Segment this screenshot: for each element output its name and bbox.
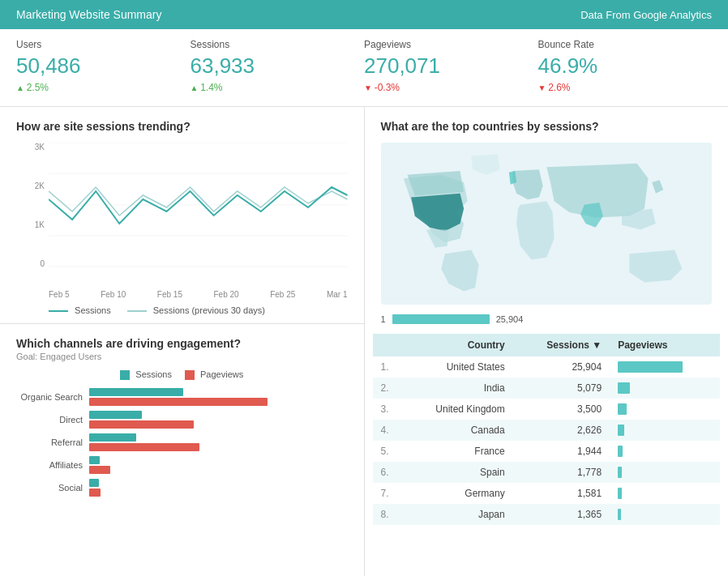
x-label-mar1: Mar 1 (327, 290, 348, 299)
map-bar-min-label: 1 (381, 314, 386, 324)
country-sessions: 1,944 (513, 441, 610, 462)
sessions-bar (89, 388, 183, 396)
col-header-pageviews: Pageviews (610, 334, 720, 356)
country-table-header: Country Sessions ▼ Pageviews (373, 334, 721, 356)
metric-bounce-value: 46.9% (538, 53, 696, 79)
country-name: Canada (397, 420, 513, 441)
y-axis-labels: 3K 2K 1K 0 (16, 143, 45, 268)
country-sessions: 25,904 (513, 356, 610, 378)
country-rank: 4. (373, 420, 397, 441)
country-table-body: 1.United States25,9042.India5,0793.Unite… (373, 356, 721, 525)
channel-label: Direct (16, 415, 89, 425)
channel-row-organic-search: Organic Search (16, 388, 348, 406)
previous-legend-line (127, 310, 147, 312)
pageviews-legend-item: Pageviews (185, 369, 243, 380)
metric-pageviews: Pageviews 270,071 -0.3% (364, 39, 538, 93)
pageviews-bar (89, 466, 110, 474)
country-rank: 5. (373, 441, 397, 462)
table-row: 7.Germany1,581 (373, 483, 721, 504)
metric-sessions-label: Sessions (191, 39, 349, 50)
channel-row-affiliates: Affiliates (16, 456, 348, 474)
country-name: India (397, 378, 513, 399)
country-sessions: 3,500 (513, 399, 610, 420)
pageviews-bar (89, 443, 199, 451)
mini-bar (618, 382, 630, 394)
metric-users-change: 2.5% (16, 82, 174, 93)
metric-bounce-change: 2.6% (538, 82, 696, 93)
country-pageviews-bar (610, 378, 720, 399)
country-sessions: 1,581 (513, 483, 610, 504)
country-sessions: 1,365 (513, 504, 610, 525)
country-rank: 3. (373, 399, 397, 420)
bounce-down-arrow (538, 82, 549, 93)
country-rank: 8. (373, 504, 397, 525)
table-row: 1.United States25,904 (373, 356, 721, 378)
country-rank: 7. (373, 483, 397, 504)
map-section: What are the top countries by sessions? (365, 107, 729, 334)
table-row: 6.Spain1,778 (373, 462, 721, 483)
table-row: 8.Japan1,365 (373, 504, 721, 525)
col-header-sessions: Sessions ▼ (513, 334, 610, 356)
country-name: France (397, 441, 513, 462)
dashboard-title: Marketing Website Summary (16, 8, 161, 21)
y-label-1k: 1K (16, 220, 45, 229)
channel-row-social: Social (16, 479, 348, 497)
bars-wrapper (89, 388, 268, 406)
country-pageviews-bar (610, 483, 720, 504)
channel-label: Organic Search (16, 392, 89, 402)
channel-label: Referral (16, 437, 89, 447)
country-rank: 1. (373, 356, 397, 378)
left-panel: How are site sessions trending? 3K 2K 1K… (0, 107, 365, 576)
channel-label: Social (16, 483, 89, 493)
channel-label: Affiliates (16, 460, 89, 470)
mini-bar (618, 446, 623, 457)
channels-subtitle: Goal: Engaged Users (16, 352, 348, 361)
bars-wrapper (89, 433, 199, 451)
pageviews-bar (89, 398, 268, 406)
sessions-bar (89, 456, 100, 464)
country-name: United Kingdom (397, 399, 513, 420)
country-sessions: 2,626 (513, 420, 610, 441)
pageviews-down-arrow (364, 82, 375, 93)
pageviews-legend-box (185, 370, 195, 380)
users-up-arrow (16, 82, 27, 93)
metric-users-label: Users (16, 39, 174, 50)
x-label-feb20: Feb 20 (214, 290, 239, 299)
bar-chart-container: Organic SearchDirectReferralAffiliatesSo… (16, 388, 348, 497)
country-sessions: 5,079 (513, 378, 610, 399)
country-rank: 2. (373, 378, 397, 399)
metric-pageviews-value: 270,071 (364, 53, 522, 79)
country-rank: 6. (373, 462, 397, 483)
dashboard-header: Marketing Website Summary Data From Goog… (0, 0, 728, 29)
table-row: 3.United Kingdom3,500 (373, 399, 721, 420)
country-pageviews-bar (610, 504, 720, 525)
mini-bar (618, 467, 622, 478)
sessions-bar (89, 479, 99, 487)
metric-pageviews-change: -0.3% (364, 82, 522, 93)
x-axis-labels: Feb 5 Feb 10 Feb 15 Feb 20 Feb 25 Mar 1 (16, 290, 348, 299)
chart-legend: Sessions Sessions (previous 30 days) (16, 305, 348, 315)
metric-sessions-value: 63,933 (191, 53, 349, 79)
mini-bar (618, 509, 621, 520)
country-pageviews-bar (610, 399, 720, 420)
sessions-bar (89, 433, 136, 442)
data-source-label: Data From Google Analytics (580, 9, 712, 21)
y-label-2k: 2K (16, 181, 45, 190)
metric-pageviews-label: Pageviews (364, 39, 522, 50)
bars-wrapper (89, 456, 110, 474)
country-pageviews-bar (610, 441, 720, 462)
mini-bar (618, 425, 624, 436)
country-name: Japan (397, 504, 513, 525)
x-label-feb25: Feb 25 (270, 290, 295, 299)
main-content: How are site sessions trending? 3K 2K 1K… (0, 107, 728, 576)
sessions-legend-line (49, 310, 68, 312)
channels-section: Which channels are driving engagement? G… (0, 324, 364, 510)
country-table: Country Sessions ▼ Pageviews 1.United St… (373, 334, 721, 525)
metric-bounce-label: Bounce Rate (538, 39, 696, 50)
bar-chart-legend: Sessions Pageviews (16, 369, 348, 380)
metrics-bar: Users 50,486 2.5% Sessions 63,933 1.4% P… (0, 29, 728, 107)
bars-wrapper (89, 411, 194, 429)
metric-sessions: Sessions 63,933 1.4% (191, 39, 365, 93)
mini-bar (618, 361, 683, 373)
sessions-up-arrow (191, 82, 201, 93)
